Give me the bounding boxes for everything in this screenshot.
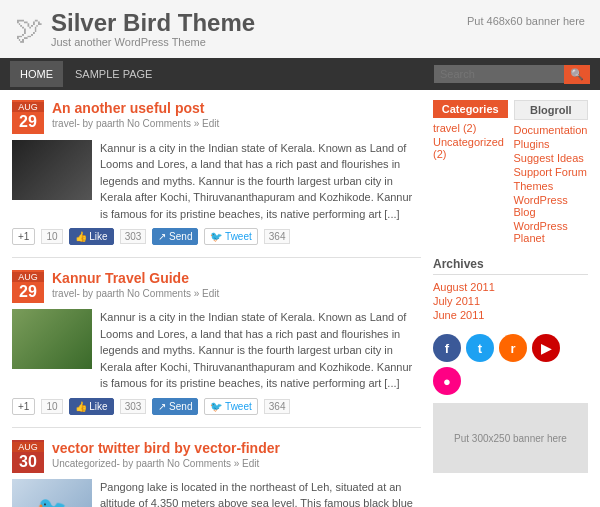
facebook-icon[interactable]: f [433,334,461,362]
main-content: Aug 29 An another useful post travel- by… [0,90,600,507]
bird-icon: 🕊 [15,13,43,46]
post-1-meta: travel- by paarth No Comments » Edit [52,118,219,129]
blogroll-suggest-ideas[interactable]: Suggest Ideas [514,151,589,165]
post-2-day: 29 [12,282,44,301]
post-3-month: Aug [12,442,44,452]
post-1-like-count: 303 [120,229,147,244]
blogroll-plugins[interactable]: Plugins [514,137,589,151]
archive-jul-2011[interactable]: July 2011 [433,294,588,308]
nav-home[interactable]: HOME [10,61,63,87]
categories-blogroll-section: Categories travel (2) Uncategorized (2) … [433,100,588,245]
sidebar: Categories travel (2) Uncategorized (2) … [433,100,588,507]
blogroll-wordpress-planet[interactable]: WordPress Planet [514,219,589,245]
search-button[interactable]: 🔍 [564,65,590,84]
archives-list: August 2011 July 2011 June 2011 [433,280,588,322]
post-2-meta: travel- by paarth No Comments » Edit [52,288,219,299]
social-icons: f t r ▶ ● [433,334,588,395]
archive-aug-2011[interactable]: August 2011 [433,280,588,294]
post-2-g1-btn[interactable]: +1 [12,398,35,415]
post-3: Aug 30 vector twitter bird by vector-fin… [12,440,421,507]
post-3-date: Aug 30 [12,440,44,473]
post-2-title[interactable]: Kannur Travel Guide [52,270,219,286]
post-1-thumbnail [12,140,92,200]
post-1-title[interactable]: An another useful post [52,100,219,116]
post-1-month: Aug [12,102,44,112]
post-2-thumbnail [12,309,92,369]
post-3-meta: Uncategorized- by paarth No Comments » E… [52,458,280,469]
archives-title: Archives [433,257,588,275]
post-2-g1-count: 10 [41,399,62,414]
post-1-header: Aug 29 An another useful post travel- by… [12,100,421,133]
category-travel[interactable]: travel (2) [433,121,508,135]
post-1-day: 29 [12,112,44,131]
post-1-like-btn[interactable]: 👍 Like [69,228,114,245]
tab-categories[interactable]: Categories [433,100,508,118]
post-1-tweet-btn[interactable]: 🐦 Tweet [204,228,257,245]
navigation: HOME SAMPLE PAGE 🔍 [0,58,600,90]
site-header: 🕊 Silver Bird Theme Just another WordPre… [0,0,600,58]
post-3-day: 30 [12,452,44,471]
post-2: Aug 29 Kannur Travel Guide travel- by pa… [12,270,421,428]
post-2-like-btn[interactable]: 👍 Like [69,398,114,415]
post-2-like-count: 303 [120,399,147,414]
youtube-icon[interactable]: ▶ [532,334,560,362]
archives-section: Archives August 2011 July 2011 June 2011 [433,257,588,322]
sidebar-banner-placeholder: Put 300x250 banner here [433,403,588,473]
post-1-excerpt: Kannur is a city in the Indian state of … [100,140,421,223]
post-3-title[interactable]: vector twitter bird by vector-finder [52,440,280,456]
post-2-tweet-count: 364 [264,399,291,414]
search-input[interactable] [434,65,564,83]
blogroll-documentation[interactable]: Documentation [514,123,589,137]
post-1: Aug 29 An another useful post travel- by… [12,100,421,258]
post-2-body: Kannur is a city in the Indian state of … [12,309,421,392]
post-2-date: Aug 29 [12,270,44,303]
category-uncategorized[interactable]: Uncategorized (2) [433,135,508,161]
tab-blogroll[interactable]: Blogroll [514,100,589,120]
post-1-date: Aug 29 [12,100,44,133]
post-1-body: Kannur is a city in the Indian state of … [12,140,421,223]
post-3-header: Aug 30 vector twitter bird by vector-fin… [12,440,421,473]
post-2-actions: +1 10 👍 Like 303 ↗ Send 🐦 Tweet 364 [12,398,421,415]
post-2-month: Aug [12,272,44,282]
post-2-excerpt: Kannur is a city in the Indian state of … [100,309,421,392]
header-banner-placeholder: Put 468x60 banner here [467,10,585,27]
post-1-send-btn[interactable]: ↗ Send [152,228,198,245]
archive-jun-2011[interactable]: June 2011 [433,308,588,322]
search-area: 🔍 [434,65,590,84]
post-1-actions: +1 10 👍 Like 303 ↗ Send 🐦 Tweet 364 [12,228,421,245]
post-3-thumbnail: 🐦 [12,479,92,507]
site-tagline: Just another WordPress Theme [51,36,255,48]
nav-sample-page[interactable]: SAMPLE PAGE [65,61,162,87]
post-1-tweet-count: 364 [264,229,291,244]
blogroll-wordpress-blog[interactable]: WordPress Blog [514,193,589,219]
post-2-tweet-btn[interactable]: 🐦 Tweet [204,398,257,415]
post-3-excerpt: Pangong lake is located in the northeast… [100,479,421,507]
site-title: Silver Bird Theme [51,10,255,36]
post-3-body: 🐦 Pangong lake is located in the northea… [12,479,421,507]
flickr-icon[interactable]: ● [433,367,461,395]
twitter-icon[interactable]: t [466,334,494,362]
title-block: Silver Bird Theme Just another WordPress… [51,10,255,48]
posts-area: Aug 29 An another useful post travel- by… [12,100,421,507]
rss-icon[interactable]: r [499,334,527,362]
blogroll-support-forum[interactable]: Support Forum [514,165,589,179]
post-1-g1-count: 10 [41,229,62,244]
post-1-g1-btn[interactable]: +1 [12,228,35,245]
logo-area: 🕊 Silver Bird Theme Just another WordPre… [15,10,255,48]
nav-links: HOME SAMPLE PAGE [10,61,162,87]
blogroll-themes[interactable]: Themes [514,179,589,193]
post-2-send-btn[interactable]: ↗ Send [152,398,198,415]
post-2-header: Aug 29 Kannur Travel Guide travel- by pa… [12,270,421,303]
